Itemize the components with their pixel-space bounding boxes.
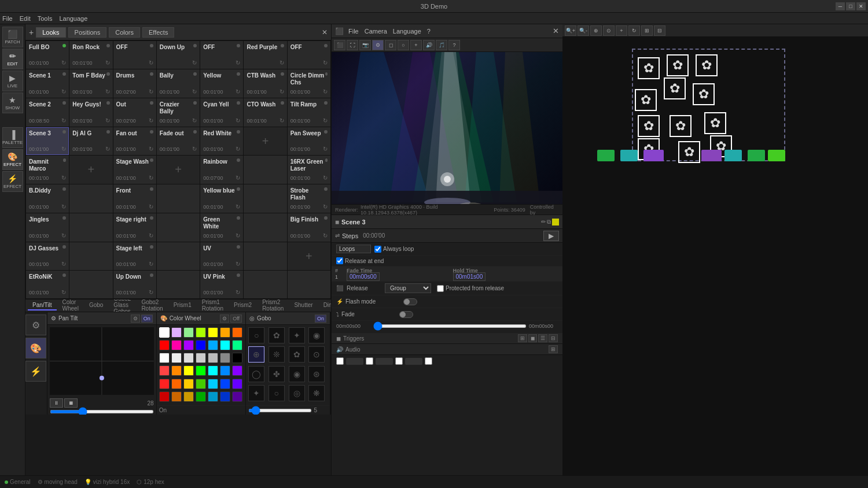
scene-refresh[interactable]: ↻ [323, 232, 328, 239]
scene-cell[interactable]: Down Up ↻ [157, 41, 200, 69]
color-swatch-31[interactable] [196, 379, 206, 389]
scene-cell[interactable]: Bally 00:01'00 ↻ [157, 69, 200, 98]
scene-refresh[interactable]: ↻ [236, 60, 240, 66]
scene-cell[interactable]: Rainbow 00:07'00 ↻ [200, 156, 243, 184]
bottom-tab-5[interactable]: Prism1 [169, 301, 196, 310]
tab-colors[interactable]: Colors [109, 27, 140, 38]
gobo-item-6[interactable]: ✿ [289, 346, 305, 363]
scene-refresh[interactable]: ↻ [279, 117, 284, 124]
scene-refresh[interactable]: ↻ [105, 88, 110, 95]
scene-cell[interactable]: Green White 00:01'00 ↻ [200, 213, 243, 242]
tab-positions[interactable]: Positions [68, 27, 107, 38]
bottom-tab-1[interactable]: Color Wheel [58, 300, 83, 312]
scene-cell[interactable]: UV Pink 00:01'00 ↻ [200, 271, 243, 298]
scene-cell[interactable]: OFF ↻ [288, 41, 330, 69]
minimize-btn[interactable]: ─ [836, 2, 845, 10]
color-swatch-25[interactable] [208, 365, 218, 376]
color-swatch-24[interactable] [196, 365, 206, 376]
tab-looks[interactable]: Looks [36, 27, 65, 38]
color-swatch-6[interactable] [232, 327, 242, 338]
scene-cell[interactable]: UV 00:01'00 ↻ [200, 242, 243, 270]
bottom-tab-10[interactable]: Dimmer [319, 301, 331, 310]
scene-cell[interactable]: OFF ↻ [113, 41, 156, 69]
color-swatch-8[interactable] [171, 340, 182, 350]
scene-cell[interactable]: Tilt Ramp 00:01'00 ↻ [288, 98, 330, 127]
fixture-canvas[interactable]: ✿✿✿✿✿✿✿✿✿✿✿✿ [562, 37, 868, 475]
color-swatch-5[interactable] [220, 327, 230, 338]
flash-mode-toggle[interactable] [403, 298, 417, 305]
scene-empty-cell[interactable] [157, 242, 200, 270]
scene-refresh[interactable]: ↻ [192, 88, 197, 95]
scene-cell[interactable]: Full BO 00:01'00 ↻ [26, 41, 69, 69]
tab-effects[interactable]: Effects [142, 27, 174, 38]
sidebar-item-fader[interactable]: ▐ PALETTE [2, 127, 23, 148]
color-swatch-7[interactable] [159, 340, 170, 350]
scene-cell[interactable]: Pan Sweep 00:01'00 ↻ [288, 127, 330, 155]
scene-empty-cell[interactable] [288, 271, 330, 298]
pan-slider[interactable] [50, 410, 154, 413]
bottom-tab-8[interactable]: Prism2 Rotation [258, 300, 288, 312]
scene-cell[interactable]: Scene 2 00:08:50 ↻ [26, 98, 69, 127]
view3d-help[interactable]: ? [427, 28, 431, 35]
color-block-2[interactable] [643, 150, 664, 161]
props-color-btn[interactable] [552, 219, 559, 225]
scene-refresh[interactable]: ↻ [149, 60, 153, 66]
slider-1[interactable] [373, 324, 527, 328]
scene-refresh[interactable]: ↻ [149, 146, 153, 152]
fixture-tb-2[interactable]: 🔍- [578, 25, 589, 36]
scene-empty-cell[interactable] [244, 213, 286, 242]
audio-checkbox-3[interactable] [395, 357, 403, 365]
scene-refresh[interactable]: ↻ [236, 175, 240, 181]
bottom-tab-2[interactable]: Gobo [84, 301, 108, 310]
audio-checkbox-2[interactable] [366, 357, 373, 365]
gobo-item-7[interactable]: ⊙ [308, 346, 325, 363]
scene-cell[interactable]: Fan out 00:01'00 ↻ [113, 127, 156, 155]
color-swatch-32[interactable] [208, 379, 218, 389]
tb-btn-7[interactable]: + [410, 40, 422, 50]
fixture-tb-3[interactable]: ⊕ [590, 25, 602, 36]
inst-icon-effect[interactable]: ⚡ [25, 361, 46, 382]
tb-btn-1[interactable]: ⬛ [334, 40, 345, 50]
scene-refresh[interactable]: ↻ [323, 88, 328, 95]
scene-refresh[interactable]: ↻ [236, 146, 240, 152]
scene-cell[interactable]: Stage Wash 00:01'00 ↻ [113, 156, 156, 184]
scene-refresh[interactable]: ↻ [149, 261, 153, 267]
close-btn[interactable]: ✕ [856, 2, 866, 10]
scene-refresh[interactable]: ↻ [149, 204, 153, 210]
fixture-item-2[interactable]: ✿ [696, 54, 718, 76]
inst-icon-1[interactable]: ⚙ [25, 315, 46, 335]
scene-cell[interactable]: Red White 00:01'00 ↻ [200, 127, 243, 155]
sidebar-item-palette[interactable]: 🎨 EFFECT [2, 149, 23, 170]
scene-empty-cell[interactable] [69, 184, 112, 213]
tb-btn-5[interactable]: ◻ [385, 40, 396, 50]
scene-cell[interactable]: Ron Rock 00:01'00 ↻ [69, 41, 112, 69]
scene-cell[interactable]: DJ Gasses 00:01'00 ↻ [26, 242, 69, 270]
color-swatch-18[interactable] [208, 353, 218, 363]
color-block-6[interactable] [768, 150, 785, 161]
color-swatch-33[interactable] [220, 379, 230, 389]
fixture-item-10[interactable]: ✿ [678, 141, 700, 163]
color-swatch-10[interactable] [196, 340, 206, 350]
scene-refresh[interactable]: ↻ [149, 175, 153, 181]
fixture-item-1[interactable]: ✿ [667, 54, 689, 76]
scene-refresh[interactable]: ↻ [61, 289, 66, 295]
scene-cell[interactable]: CTB Wash 00:01'00 ↻ [244, 69, 286, 98]
props-copy-btn[interactable]: ⧉ [547, 219, 551, 225]
scene-empty-cell[interactable] [157, 213, 200, 242]
inst-icon-palette[interactable]: 🎨 [25, 338, 46, 358]
fixture-tb-1[interactable]: 🔍+ [565, 25, 576, 36]
scene-cell[interactable]: Strobe Flash 00:01'00 ↻ [288, 184, 330, 213]
scene-cell[interactable]: Dj Al G 00:01'00 ↻ [69, 127, 112, 155]
always-loop-checkbox[interactable] [374, 246, 381, 253]
scene-refresh[interactable]: ↻ [105, 60, 110, 66]
gobo-item-5[interactable]: ❊ [269, 346, 285, 363]
color-swatch-12[interactable] [220, 340, 230, 350]
menu-language[interactable]: Language [59, 15, 87, 22]
color-swatch-34[interactable] [232, 379, 242, 389]
gobo-item-8[interactable]: ◯ [248, 366, 264, 382]
color-swatch-26[interactable] [220, 365, 230, 376]
scene-refresh[interactable]: ↻ [149, 232, 153, 239]
gobo-on[interactable]: On [315, 315, 326, 323]
color-swatch-20[interactable] [232, 353, 242, 363]
fixture-item-8[interactable]: ✿ [704, 112, 726, 134]
